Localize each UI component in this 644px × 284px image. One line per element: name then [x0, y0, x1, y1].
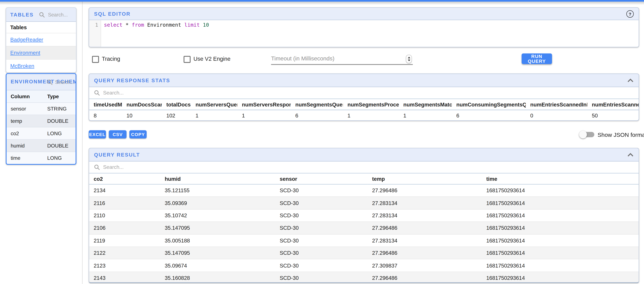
table-cell: SCD-30 — [275, 184, 368, 197]
table-cell: SCD-30 — [275, 259, 368, 272]
table-cell: 6 — [291, 110, 343, 121]
table-row: 210635.147095SCD-3027.296486168175029361… — [89, 222, 639, 234]
column-header-humid[interactable]: humid — [160, 173, 275, 184]
collapse-result-button[interactable] — [627, 153, 634, 156]
column-header-numEntriesScannedPostFilter[interactable]: numEntriesScannedPostFilter — [587, 99, 639, 110]
tables-panel: TABLES TablesBadgeReaderEnvironmentMcBro… — [6, 8, 76, 73]
result-panel-title: QUERY RESULT — [94, 152, 140, 158]
schema-cell: DOUBLE — [43, 140, 76, 152]
tables-search-input[interactable] — [47, 11, 76, 18]
sql-code-editor[interactable]: 1 select * from Environment limit 10 — [89, 20, 639, 47]
schema-panel-title: ENVIRONMENT SCHEMA — [11, 78, 47, 85]
sql-editor-panel: SQL EDITOR ? 1 select * from Environment… — [89, 8, 639, 47]
spinner-up-icon — [408, 57, 410, 58]
schema-row: humidDOUBLE — [6, 140, 76, 152]
column-header-co2[interactable]: co2 — [89, 173, 160, 184]
query-result-panel: QUERY RESULT co2humidsensortemptime21343… — [89, 148, 639, 283]
result-panel-header: QUERY RESULT — [89, 148, 639, 162]
stats-table: timeUsedMsnumDocsScannedtotalDocsnumServ… — [89, 99, 639, 121]
column-header-timeUsedMs[interactable]: timeUsedMs — [89, 99, 122, 110]
help-icon[interactable]: ? — [626, 10, 634, 18]
column-header-temp[interactable]: temp — [368, 173, 482, 184]
table-cell: 8 — [89, 110, 122, 121]
toggle-knob — [579, 130, 587, 138]
column-header-numEntriesScannedInFilter[interactable]: numEntriesScannedInFilter — [526, 99, 588, 110]
table-cell: 1681750293614 — [482, 259, 639, 272]
table-cell: 50 — [587, 110, 639, 121]
excel-button[interactable]: EXCEL — [89, 130, 106, 138]
result-search-row — [89, 162, 639, 174]
table-cell: 2122 — [89, 247, 160, 259]
table-cell: 35.160828 — [160, 272, 275, 283]
table-cell: 35.10742 — [160, 209, 275, 222]
table-cell: 27.283134 — [368, 197, 482, 209]
column-header-numDocsScanned[interactable]: numDocsScanned — [122, 99, 162, 110]
table-cell: 27.296486 — [368, 247, 482, 259]
schema-row: timeLONG — [6, 152, 76, 164]
column-header-sensor[interactable]: sensor — [275, 173, 368, 184]
table-cell: 2116 — [89, 197, 160, 209]
schema-search-input[interactable] — [54, 79, 76, 85]
collapse-stats-button[interactable] — [627, 78, 634, 82]
column-header-totalDocs[interactable]: totalDocs — [162, 99, 191, 110]
number-spinner[interactable] — [406, 54, 412, 63]
table-cell: 35.121155 — [160, 184, 275, 197]
environment-schema-panel: ENVIRONMENT SCHEMA ColumnTypesensorSTRIN… — [6, 73, 76, 165]
table-cell: 27.296486 — [368, 222, 482, 234]
column-header-numServersResponded[interactable]: numServersResponded — [238, 99, 291, 110]
copy-button[interactable]: COPY — [129, 130, 147, 138]
table-cell: 1681750293614 — [482, 272, 639, 283]
table-cell: 35.09369 — [160, 197, 275, 209]
table-link-environment[interactable]: Environment — [10, 50, 40, 56]
table-cell: 35.005188 — [160, 234, 275, 247]
sql-editor-title: SQL EDITOR — [94, 11, 130, 17]
table-list-item: McBroken — [6, 59, 76, 72]
table-cell: 35.09674 — [160, 259, 275, 272]
search-icon — [94, 164, 100, 170]
table-cell: SCD-30 — [275, 209, 368, 222]
column-header-numSegmentsProcessed[interactable]: numSegmentsProcessed — [343, 99, 399, 110]
top-bar-shadow — [0, 2, 644, 5]
tracing-checkbox[interactable] — [92, 56, 99, 63]
use-v2-engine-checkbox[interactable] — [184, 56, 190, 63]
stats-search-input[interactable] — [102, 90, 227, 96]
table-cell: 1681750293614 — [482, 247, 639, 259]
column-header-numSegmentsMatched[interactable]: numSegmentsMatched — [399, 99, 452, 110]
schema-cell: temp — [6, 115, 43, 127]
column-header-time[interactable]: time — [482, 173, 639, 184]
column-header-numServersQueried[interactable]: numServersQueried — [191, 99, 238, 110]
timeout-input[interactable] — [271, 54, 413, 65]
chevron-up-icon — [627, 78, 634, 82]
column-header-numSegmentsQueried[interactable]: numSegmentsQueried — [291, 99, 343, 110]
show-json-toggle[interactable] — [579, 130, 595, 139]
schema-cell: DOUBLE — [43, 115, 76, 127]
sidebar-divider — [82, 2, 83, 284]
run-query-button[interactable]: RUN QUERY — [522, 54, 552, 64]
csv-button[interactable]: CSV — [109, 130, 126, 138]
table-cell: 27.296486 — [368, 184, 482, 197]
tables-root-row: Tables — [6, 22, 76, 33]
table-cell: SCD-30 — [275, 222, 368, 234]
column-header-numConsumingSegmentsQueried[interactable]: numConsumingSegmentsQueried — [452, 99, 526, 110]
table-link-badgereader[interactable]: BadgeReader — [10, 36, 43, 43]
sql-token: Environment — [144, 22, 184, 28]
result-search-input[interactable] — [102, 164, 227, 170]
schema-table: ColumnTypesensorSTRINGtempDOUBLEco2LONGh… — [6, 90, 76, 164]
query-console-page: TABLES TablesBadgeReaderEnvironmentMcBro… — [0, 0, 644, 284]
table-cell: SCD-30 — [275, 272, 368, 283]
table-header-row: co2humidsensortemptime — [89, 173, 639, 184]
show-json-label: Show JSON format — [598, 132, 644, 138]
tracing-label: Tracing — [102, 56, 120, 62]
query-controls: Tracing Use V2 Engine RUN QUERY — [89, 53, 639, 66]
schema-col-type: Type — [43, 90, 76, 102]
table-row: 213435.121155SCD-3027.296486168175029361… — [89, 184, 639, 197]
table-cell: 1681750293614 — [482, 222, 639, 234]
table-row: 212235.147095SCD-3027.296486168175029361… — [89, 247, 639, 259]
table-link-mcbroken[interactable]: McBroken — [10, 63, 34, 69]
table-cell: 1 — [343, 110, 399, 121]
table-cell: 1681750293614 — [482, 184, 639, 197]
schema-panel-header: ENVIRONMENT SCHEMA — [6, 74, 76, 90]
schema-header-row: ColumnType — [6, 90, 76, 102]
table-cell: SCD-30 — [275, 197, 368, 209]
table-cell: 27.309837 — [368, 259, 482, 272]
